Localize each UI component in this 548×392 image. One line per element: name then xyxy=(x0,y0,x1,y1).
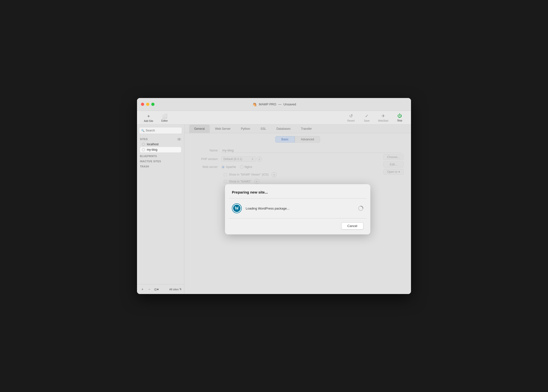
main-window: 🐴 MAMP PRO — Unsaved ＋ Add Site ⬜ Editor… xyxy=(137,98,411,294)
search-icon: 🔍 xyxy=(141,129,145,132)
sites-label: SITES xyxy=(140,138,148,141)
editor-button[interactable]: ⬜ Editor xyxy=(157,112,172,123)
title-separator: — xyxy=(278,102,281,106)
webstart-icon: ✈ xyxy=(381,113,385,119)
myblog-label: my-blog xyxy=(147,148,157,151)
traffic-lights xyxy=(141,103,154,106)
modal-header: Preparing new site... xyxy=(225,184,370,198)
editor-icon: ⬜ xyxy=(162,113,167,119)
all-sites-select[interactable]: All sites ⇅ xyxy=(169,288,182,291)
webstart-label: WebStart xyxy=(378,119,389,122)
add-site-label: Add Site xyxy=(144,120,153,122)
sites-count: 1 xyxy=(177,138,181,141)
inactive-sites-label: INACTIVE SITES xyxy=(137,158,184,163)
maximize-button[interactable] xyxy=(151,103,154,106)
stop-icon: ⏻ xyxy=(397,113,402,118)
titlebar: 🐴 MAMP PRO — Unsaved xyxy=(137,98,411,111)
save-icon: ✓ xyxy=(365,113,369,119)
sidebar: 🔍 SITES 1 localhost my-blog BLU xyxy=(137,125,184,294)
save-label: Save xyxy=(364,119,370,122)
preparing-modal: Preparing new site... W xyxy=(225,184,370,234)
add-site-button[interactable]: ＋ Add Site xyxy=(141,112,156,123)
save-button[interactable]: ✓ Save xyxy=(360,112,374,123)
modal-footer: Cancel xyxy=(225,218,370,234)
search-box[interactable]: 🔍 xyxy=(139,127,182,134)
loading-text: Loading WordPress package... xyxy=(246,207,354,210)
sidebar-item-localhost[interactable]: localhost xyxy=(140,142,181,147)
app-subtitle: Unsaved xyxy=(283,102,296,106)
revert-button[interactable]: ↺ Revert xyxy=(344,112,359,123)
remove-footer-button[interactable]: － xyxy=(146,286,152,292)
loading-spinner xyxy=(358,206,363,211)
sites-section-header: SITES 1 xyxy=(140,138,181,141)
titlebar-title: 🐴 MAMP PRO — Unsaved xyxy=(252,102,296,107)
close-button[interactable] xyxy=(141,103,144,106)
cancel-button[interactable]: Cancel xyxy=(341,222,363,229)
trash-label: TRASH xyxy=(137,163,184,168)
blueprints-label: BLUEPRINTS xyxy=(137,153,184,158)
all-sites-chevron: ⇅ xyxy=(179,288,182,291)
all-sites-label: All sites xyxy=(169,288,179,291)
mamp-icon: 🐴 xyxy=(252,102,257,107)
sidebar-footer: ＋ － ⊙▾ All sites ⇅ xyxy=(137,284,184,294)
stop-label: Stop xyxy=(397,119,402,122)
sites-section: SITES 1 localhost my-blog xyxy=(137,136,184,153)
minimize-button[interactable] xyxy=(146,103,149,106)
add-footer-button[interactable]: ＋ xyxy=(139,286,145,292)
content-area: General Web Server Python SSL Databases … xyxy=(184,125,411,294)
modal-body: W Loading WordPress package... xyxy=(225,198,370,218)
modal-overlay: Preparing new site... W xyxy=(184,125,411,294)
localhost-dot xyxy=(142,143,145,146)
sidebar-item-myblog[interactable]: my-blog xyxy=(140,147,181,152)
localhost-label: localhost xyxy=(147,143,158,146)
stop-button[interactable]: ⏻ Stop xyxy=(392,112,407,123)
toolbar: ＋ Add Site ⬜ Editor ↺ Revert ✓ Save ✈ We… xyxy=(137,111,411,125)
revert-icon: ↺ xyxy=(349,113,353,119)
action-footer-button[interactable]: ⊙▾ xyxy=(153,286,159,292)
svg-text:W: W xyxy=(235,206,239,211)
modal-title: Preparing new site... xyxy=(232,190,363,194)
myblog-dot xyxy=(142,148,145,151)
main-layout: 🔍 SITES 1 localhost my-blog BLU xyxy=(137,125,411,294)
revert-label: Revert xyxy=(347,119,355,122)
editor-label: Editor xyxy=(161,119,168,122)
app-title: MAMP PRO xyxy=(259,102,276,106)
search-input[interactable] xyxy=(146,129,180,132)
webstart-button[interactable]: ✈ WebStart xyxy=(375,112,392,123)
add-site-icon: ＋ xyxy=(146,113,151,119)
wordpress-icon: W xyxy=(232,203,242,213)
